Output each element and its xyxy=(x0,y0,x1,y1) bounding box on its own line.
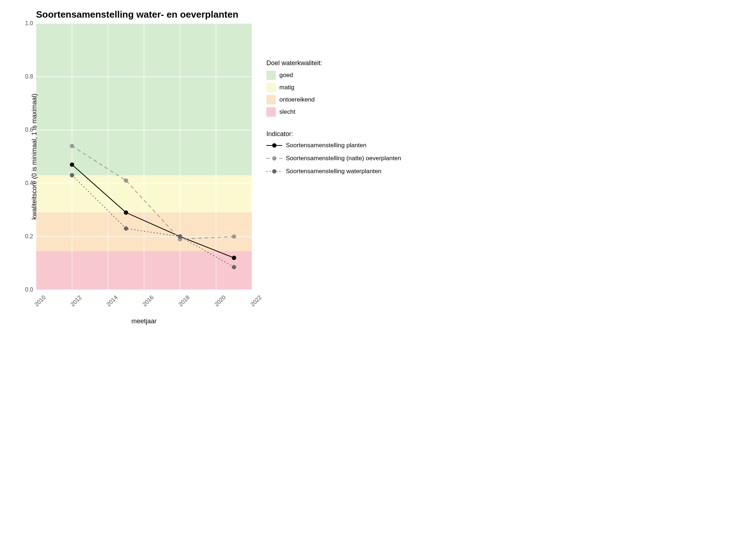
x-tick-label: 2014 xyxy=(105,294,119,308)
data-point xyxy=(232,256,236,260)
legend-label: Soortensamenstelling waterplanten xyxy=(286,168,382,175)
x-axis-label: meetjaar xyxy=(131,318,157,325)
x-tick-label: 2016 xyxy=(141,294,155,308)
legend-band-item: ontoereikend xyxy=(266,95,401,104)
legend-label: goed xyxy=(279,72,293,79)
data-point xyxy=(124,210,128,215)
svg-point-5 xyxy=(272,169,276,174)
y-tick-label: 0.0 xyxy=(25,287,33,293)
legend-line-swatch xyxy=(266,154,282,162)
legend-label: Soortensamenstelling (natte) oeverplante… xyxy=(286,155,401,162)
legend-series-title: Indicator: xyxy=(266,130,401,138)
legend-label: Soortensamenstelling planten xyxy=(286,142,366,149)
legend-bands-title: Doel waterkwaliteit: xyxy=(266,59,401,67)
x-tick-label: 2010 xyxy=(33,294,47,308)
legend-swatch xyxy=(266,83,276,92)
y-tick-label: 0.8 xyxy=(25,73,33,80)
svg-point-3 xyxy=(272,156,276,161)
data-point xyxy=(232,265,236,269)
data-point xyxy=(70,162,74,167)
y-tick-label: 1.0 xyxy=(25,20,33,27)
legend-label: ontoereikend xyxy=(279,96,315,103)
x-tick-label: 2018 xyxy=(177,294,191,308)
chart-title: Soortensamenstelling water- en oeverplan… xyxy=(36,9,238,20)
data-point xyxy=(70,173,74,177)
x-tick-label: 2020 xyxy=(213,294,227,308)
data-point xyxy=(178,234,182,239)
data-point xyxy=(124,179,128,183)
legend-swatch xyxy=(266,107,276,117)
plot-area: kwaliteitscore (0 is minimaal, 1 is maxi… xyxy=(36,23,252,290)
y-axis-label: kwaliteitscore (0 is minimaal, 1 is maxi… xyxy=(31,94,38,220)
legend-line-swatch xyxy=(266,167,282,175)
legend-swatch xyxy=(266,71,276,80)
data-point xyxy=(232,234,236,239)
y-tick-label: 0.2 xyxy=(25,233,33,240)
legend-line-swatch xyxy=(266,141,282,149)
y-tick-label: 0.4 xyxy=(25,180,33,186)
legend-series-item: Soortensamenstelling waterplanten xyxy=(266,167,401,175)
legend-swatch xyxy=(266,95,276,104)
legend-label: slecht xyxy=(279,108,295,116)
legend-band-item: goed xyxy=(266,71,401,80)
legend-band-item: matig xyxy=(266,83,401,92)
data-point xyxy=(124,226,128,231)
y-tick-label: 0.6 xyxy=(25,127,33,133)
x-tick-label: 2012 xyxy=(69,294,83,308)
data-point xyxy=(70,144,74,148)
legend-label: matig xyxy=(279,84,294,91)
legend-series-item: Soortensamenstelling (natte) oeverplante… xyxy=(266,154,401,162)
svg-point-1 xyxy=(272,143,276,148)
chart-container: Soortensamenstelling water- en oeverplan… xyxy=(7,7,461,331)
legend-series-item: Soortensamenstelling planten xyxy=(266,141,401,149)
legend-band-item: slecht xyxy=(266,107,401,117)
x-tick-label: 2022 xyxy=(249,294,263,308)
legend: Doel waterkwaliteit: goedmatigontoereike… xyxy=(266,59,401,180)
